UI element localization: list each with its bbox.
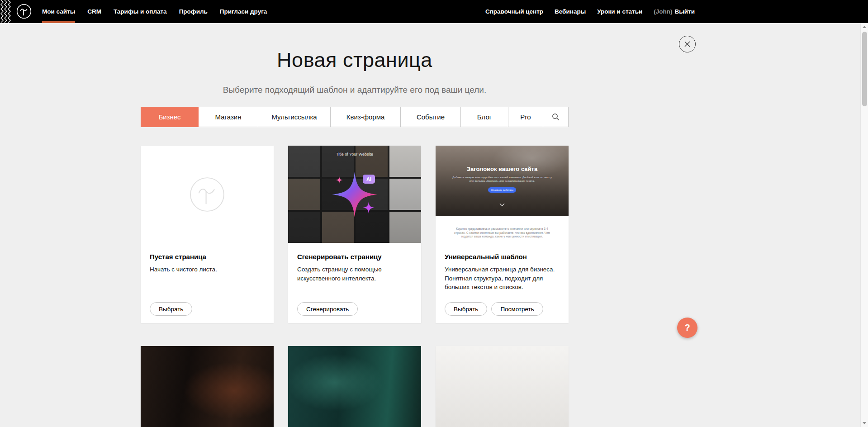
preview-hero-title: Заголовок вашего сайта <box>436 146 569 172</box>
card-description: Начать с чистого листа. <box>150 265 265 274</box>
template-card-universal: Заголовок вашего сайта Добавьте интересн… <box>436 146 569 323</box>
template-preview-partial-3[interactable] <box>436 346 569 427</box>
card-body: Универсальный шаблон Универсальная стран… <box>436 243 569 292</box>
card-description: Универсальная страница для бизнеса. Поня… <box>445 265 560 292</box>
template-card-blank: Пустая страница Начать с чистого листа. … <box>141 146 274 323</box>
tab-quiz-form[interactable]: Квиз-форма <box>331 107 401 127</box>
nav-tariffs[interactable]: Тарифы и оплата <box>114 0 167 23</box>
logout-link[interactable]: Выйти <box>675 8 695 15</box>
ai-template-preview[interactable]: Title of Your Website AI <box>288 146 421 243</box>
generate-button[interactable]: Сгенерировать <box>297 302 358 316</box>
top-navigation-bar: Мои сайты CRM Тарифы и оплата Профиль Пр… <box>0 0 868 23</box>
template-preview-partial-1[interactable] <box>141 346 274 427</box>
help-button[interactable]: ? <box>677 318 697 338</box>
vertical-scrollbar[interactable] <box>860 23 868 427</box>
tab-store[interactable]: Магазин <box>199 107 258 127</box>
preview-cta-button: Основное действие <box>488 187 516 193</box>
search-icon <box>552 113 560 121</box>
close-button[interactable] <box>679 36 696 52</box>
close-icon <box>684 41 691 47</box>
view-button[interactable]: Посмотреть <box>491 302 543 316</box>
scrollbar-thumb[interactable] <box>862 32 867 106</box>
nav-help-center[interactable]: Справочный центр <box>485 0 543 23</box>
tab-business[interactable]: Бизнес <box>141 107 199 127</box>
tab-search[interactable] <box>543 107 569 127</box>
preview-hero-subtitle: Добавьте интересные подробности о вашей … <box>451 176 554 183</box>
template-card-ai-generate: Title of Your Website AI <box>288 146 421 323</box>
user-logout[interactable]: (John) Выйти <box>654 0 695 23</box>
ai-badge: AI <box>363 175 375 184</box>
card-actions: Сгенерировать <box>297 302 358 316</box>
page-title: Новая страница <box>0 48 709 72</box>
secondary-navigation: Справочный центр Вебинары Уроки и статьи… <box>485 0 695 23</box>
card-title: Сгенерировать страницу <box>297 253 412 261</box>
template-cards-row-2 <box>141 346 569 427</box>
universal-template-preview[interactable]: Заголовок вашего сайта Добавьте интересн… <box>436 146 569 243</box>
choose-button[interactable]: Выбрать <box>445 302 487 316</box>
tab-blog[interactable]: Блог <box>461 107 508 127</box>
card-body: Сгенерировать страницу Создать страницу … <box>288 243 421 283</box>
card-description: Создать страницу с помощью искусственног… <box>297 265 412 283</box>
app-window: Мои сайты CRM Тарифы и оплата Профиль Пр… <box>0 0 868 427</box>
scrollbar-up-arrow[interactable] <box>861 23 868 31</box>
card-actions: Выбрать Посмотреть <box>445 302 543 316</box>
main-navigation: Мои сайты CRM Тарифы и оплата Профиль Пр… <box>42 0 267 23</box>
nav-invite-friend[interactable]: Пригласи друга <box>220 0 267 23</box>
tilda-logo[interactable] <box>16 4 32 19</box>
tab-multilink[interactable]: Мультиссылка <box>258 107 331 127</box>
user-name: (John) <box>654 8 672 15</box>
preview-site-title: Title of Your Website <box>288 152 421 157</box>
card-body: Пустая страница Начать с чистого листа. <box>141 243 274 274</box>
card-title: Универсальный шаблон <box>445 253 560 261</box>
preview-paragraph: Коротко представьтесь и расскажите о ком… <box>454 216 551 239</box>
ai-sparkle-icon <box>321 161 389 228</box>
template-category-tabs: Бизнес Магазин Мультиссылка Квиз-форма С… <box>141 107 569 127</box>
scrollbar-down-arrow[interactable] <box>861 419 868 427</box>
tab-event[interactable]: Событие <box>401 107 461 127</box>
template-cards-row: Пустая страница Начать с чистого листа. … <box>141 146 569 323</box>
nav-webinars[interactable]: Вебинары <box>555 0 586 23</box>
tilda-watermark-icon <box>189 176 226 213</box>
page-subtitle: Выберите подходящий шаблон и адаптируйте… <box>0 85 709 95</box>
nav-lessons[interactable]: Уроки и статьи <box>597 0 642 23</box>
nav-my-sites[interactable]: Мои сайты <box>42 0 75 23</box>
nav-profile[interactable]: Профиль <box>179 0 208 23</box>
card-title: Пустая страница <box>150 253 265 261</box>
nav-crm[interactable]: CRM <box>87 0 101 23</box>
preview-hero-section: Заголовок вашего сайта Добавьте интересн… <box>436 146 569 216</box>
card-actions: Выбрать <box>150 302 192 316</box>
zigzag-pattern-icon <box>0 0 12 23</box>
chevron-down-icon <box>499 200 505 208</box>
preview-text-section: Коротко представьтесь и расскажите о ком… <box>436 216 569 243</box>
blank-template-preview[interactable] <box>141 146 274 243</box>
tab-pro[interactable]: Pro <box>508 107 543 127</box>
template-preview-partial-2[interactable] <box>288 346 421 427</box>
choose-button[interactable]: Выбрать <box>150 302 192 316</box>
